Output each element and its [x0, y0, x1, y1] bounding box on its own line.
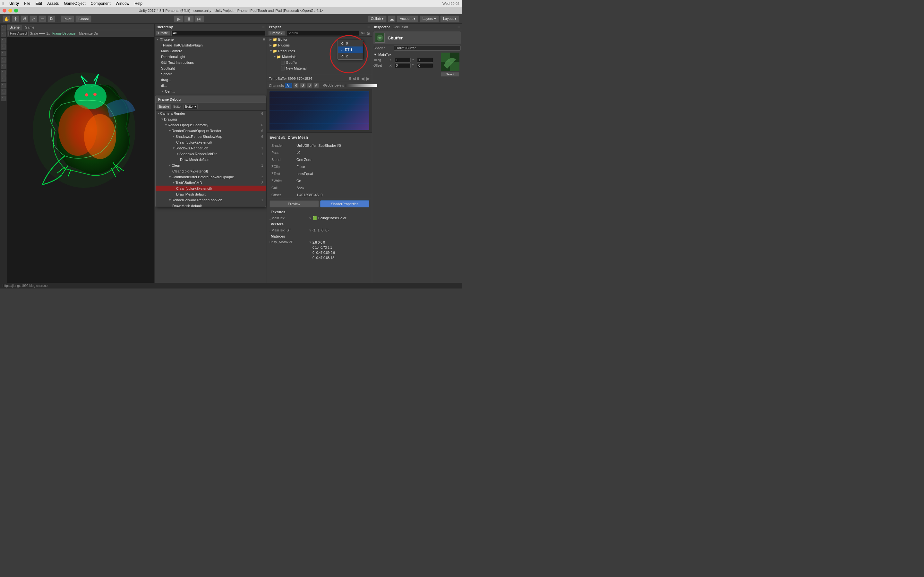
offset-y-input[interactable]	[417, 63, 433, 68]
account-dropdown[interactable]: Account ▾	[397, 15, 418, 23]
maintex-toggle[interactable]: ▼	[373, 53, 377, 56]
maintex-st-v[interactable]: v	[308, 229, 312, 232]
fd-clear-highlighted[interactable]: Clear (color+Z+stencil)	[156, 185, 266, 191]
gameobject-menu[interactable]: GameObject	[64, 1, 86, 6]
tree-spotlight[interactable]: Spotlight	[155, 65, 267, 71]
dock-icon-7[interactable]: ⬛	[1, 63, 6, 69]
collab-button[interactable]: Collab ▾	[368, 15, 387, 23]
tree-new-material[interactable]: ⬛ New Material	[267, 65, 372, 71]
fd-cmd-before-forward[interactable]: ▼ CommandBuffer.BeforeForwardOpaque 2	[156, 174, 266, 180]
dock-icon-6[interactable]: ⬛	[1, 57, 6, 63]
dock-icon-9[interactable]: ⬛	[1, 76, 6, 82]
tab-game[interactable]: Game	[22, 25, 37, 30]
fd-shadow-job-dir[interactable]: ▼ Shadows.RenderJobDir 1	[156, 151, 266, 157]
tree-light[interactable]: Directional light	[155, 54, 267, 60]
project-search-input[interactable]	[286, 31, 359, 36]
dock-icon-3[interactable]: ⬛	[1, 38, 6, 44]
enable-btn[interactable]: Enable	[157, 104, 171, 109]
channel-g-btn[interactable]: G	[300, 83, 306, 88]
minimize-button[interactable]	[8, 9, 12, 13]
channel-all-btn[interactable]: All	[285, 83, 292, 88]
fd-clear-2[interactable]: Clear (color+Z+stencil)	[156, 168, 266, 174]
hand-tool-button[interactable]: ✋	[3, 15, 10, 23]
tiling-x-input[interactable]	[395, 58, 411, 63]
fd-render-forward-opaque[interactable]: ▼ RenderForwardOpaque.Render 6	[156, 128, 266, 134]
maximize-button[interactable]	[14, 9, 18, 13]
layout-dropdown[interactable]: Layout ▾	[440, 15, 459, 23]
project-options[interactable]: ≡	[367, 24, 370, 29]
tree-drag[interactable]: drag...	[155, 77, 267, 83]
rotate-tool-button[interactable]: ↺	[21, 15, 28, 23]
fd-shadow-job[interactable]: ▼ Shadows.RenderJob 1	[156, 145, 266, 151]
play-button[interactable]: ▶	[174, 15, 184, 23]
unity-menu[interactable]: Unity	[9, 1, 19, 6]
tree-scene[interactable]: ▼ 🎬 scene ≡	[155, 37, 267, 42]
rt-2-option[interactable]: RT 2	[338, 53, 363, 59]
rect-tool-button[interactable]: ▭	[39, 15, 46, 23]
shader-props-btn[interactable]: ShaderProperties	[320, 200, 370, 207]
levels-slider[interactable]	[345, 84, 377, 87]
pivot-button[interactable]: Pivot	[61, 15, 74, 23]
rt-dropdown-menu[interactable]: RT 0 ✓ RT 1 RT 2	[338, 40, 363, 60]
channel-r-btn[interactable]: R	[293, 83, 299, 88]
fd-draw-mesh-2[interactable]: Draw Mesh default	[156, 191, 266, 197]
tab-scene[interactable]: Scene	[7, 25, 22, 30]
rt-0-option[interactable]: RT 0	[338, 40, 363, 47]
fd-test-gbuffer[interactable]: ▼ TestGBufferCMD 2	[156, 180, 266, 185]
project-settings-icon[interactable]: ⚙	[367, 31, 371, 36]
transform-tool-button[interactable]: ⧉	[47, 15, 55, 23]
tree-cem[interactable]: ▼ Cem...	[155, 89, 267, 94]
fd-render-loop[interactable]: ▼ RenderForward.RenderLoopJob 1	[156, 197, 266, 203]
fd-draw-mesh-3[interactable]: Draw Mesh default	[156, 203, 266, 207]
dock-icon-1[interactable]: ⬛	[1, 25, 6, 31]
tree-camera[interactable]: Main Camera	[155, 48, 267, 54]
shader-dropdown[interactable]: Unlit/GBuffer	[394, 45, 461, 51]
help-menu[interactable]: Help	[134, 1, 142, 6]
dock-icon-12[interactable]: ⬛	[1, 95, 6, 101]
apple-menu[interactable]: 	[3, 1, 4, 6]
dock-icon-4[interactable]: ⬛	[1, 44, 6, 50]
matrix-vp-v[interactable]: v	[308, 240, 312, 261]
frame-debugger-btn[interactable]: Frame Debugger	[52, 32, 77, 35]
fd-shadow-map[interactable]: ▼ Shadows.RenderShadowMap 6	[156, 134, 266, 139]
global-button[interactable]: Global	[75, 15, 91, 23]
window-controls[interactable]	[3, 9, 18, 13]
aspect-dropdown[interactable]: Free Aspect	[8, 31, 29, 36]
maintex-prop-v[interactable]: v	[308, 216, 312, 220]
dock-icon-8[interactable]: ⬛	[1, 70, 6, 76]
occlusion-label[interactable]: Occlusion	[393, 25, 408, 29]
dock-icon-10[interactable]: ⬛	[1, 83, 6, 89]
channel-b-btn[interactable]: B	[307, 83, 312, 88]
fd-camera-render[interactable]: ▼ Camera.Render 6	[156, 111, 266, 116]
dock-icon-2[interactable]: ⬛	[1, 31, 6, 37]
file-menu[interactable]: File	[24, 1, 30, 6]
dock-icon-5[interactable]: ⬛	[1, 51, 6, 56]
project-create-btn[interactable]: Create ▾	[268, 31, 285, 35]
hierarchy-create-btn[interactable]: Create	[156, 31, 170, 35]
tree-gui-text[interactable]: GUI Text Instructions	[155, 60, 267, 65]
layers-dropdown[interactable]: Layers ▾	[420, 15, 439, 23]
move-tool-button[interactable]: ✛	[11, 15, 19, 23]
inspector-options[interactable]: ≡	[457, 24, 460, 29]
select-texture-btn[interactable]: Select	[441, 72, 459, 77]
preview-btn[interactable]: Preview	[270, 200, 319, 207]
component-menu[interactable]: Component	[91, 1, 111, 6]
close-button[interactable]	[3, 9, 6, 13]
tiling-y-input[interactable]	[417, 58, 433, 63]
window-menu[interactable]: Window	[116, 1, 129, 6]
fd-clear-item[interactable]: ▼ Clear 1	[156, 163, 266, 168]
tree-di[interactable]: di...	[155, 83, 267, 89]
assets-menu[interactable]: Assets	[47, 1, 59, 6]
fd-render-opaque[interactable]: ▼ Render.OpaqueGeometry 6	[156, 122, 266, 128]
channel-a-btn[interactable]: A	[313, 83, 319, 88]
offset-x-input[interactable]	[395, 63, 411, 68]
hierarchy-options[interactable]: ≡	[262, 24, 265, 29]
fd-clear-1[interactable]: Clear (color+Z+stencil)	[156, 139, 266, 145]
fd-drawing[interactable]: ▼ Drawing	[156, 116, 266, 122]
hierarchy-search-input[interactable]	[171, 31, 265, 36]
project-eye-icon[interactable]: 👁	[360, 31, 365, 36]
prev-page-btn[interactable]: ◀	[361, 76, 365, 81]
step-button[interactable]: ⏭	[194, 15, 204, 23]
pause-button[interactable]: ⏸	[184, 15, 194, 23]
tree-gbuffer[interactable]: ⬛ Gbuffer	[267, 60, 372, 65]
